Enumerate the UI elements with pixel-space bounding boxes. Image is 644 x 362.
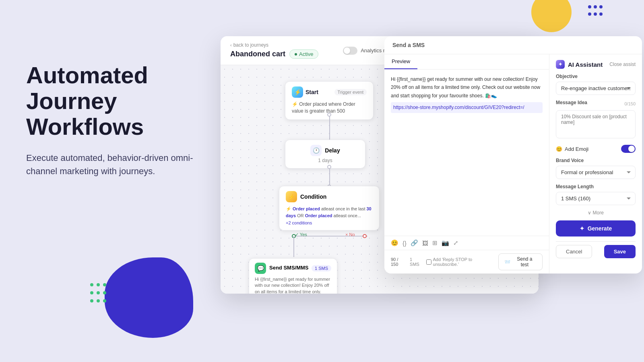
- reply-stop-check[interactable]: Add 'Reply STOP to unsubscribe.': [426, 257, 498, 267]
- condition-description: ⚡ Order placed atleast once in the last …: [286, 206, 373, 219]
- decorative-yellow-circle: [531, 0, 572, 32]
- sms-badge: 1 SMS: [312, 265, 331, 272]
- table-icon[interactable]: ⊞: [432, 239, 438, 247]
- panel-title: Send a SMS: [384, 36, 642, 54]
- ai-title: ✦ AI Assistant: [556, 60, 603, 69]
- analytics-toggle-switch[interactable]: [343, 47, 357, 55]
- conditions-more: +2 conditions: [286, 220, 373, 225]
- delay-node-inner: 🕐 Delay: [292, 145, 359, 156]
- delay-icon: 🕐: [310, 145, 322, 156]
- panel-body: Preview Hi {{first_name}} get ready for …: [384, 54, 642, 274]
- sms-node-header: 💬 Send SMS/MMS 1 SMS: [255, 263, 331, 274]
- emoji-toggle-row: 😊 Add Emoji: [556, 145, 636, 153]
- preview-text: Hi {{first_name}} get ready for summer w…: [391, 76, 540, 99]
- start-node-header: ⚡ Start Trigger event: [292, 86, 367, 98]
- start-node-title: ⚡ Start: [292, 86, 318, 98]
- status-badge: Active: [289, 49, 318, 59]
- sms-preview-content: Hi {{first_name}} get ready for summer w…: [384, 70, 549, 236]
- status-label: Active: [299, 51, 313, 57]
- condition-node[interactable]: ⚡ Condition ⚡ Order placed atleast once …: [279, 186, 380, 230]
- connector-1: [329, 114, 330, 142]
- emoji-smiley-icon: 😊: [556, 146, 562, 152]
- ai-header: ✦ AI Assistant Close assist: [556, 60, 636, 69]
- start-label: Start: [305, 89, 318, 95]
- image-icon[interactable]: 🖼: [422, 240, 428, 247]
- status-dot: [295, 53, 297, 56]
- message-idea-section: Message Idea 0/150: [556, 100, 636, 140]
- page-title: Abandoned cart: [230, 50, 285, 58]
- generate-button[interactable]: ✦ Generate: [556, 220, 636, 237]
- emoji-toggle[interactable]: [621, 145, 636, 153]
- sms-title: Send SMS/MMS: [269, 265, 309, 271]
- send-test-label: Send a test: [513, 256, 537, 267]
- preview-stats: 90 / 150 1 SMS Add 'Reply STOP to unsubs…: [384, 250, 549, 274]
- condition-header: ⚡ Condition: [286, 191, 373, 202]
- objective-section: Objective Re-engage inactive customers: [556, 74, 636, 95]
- send-test-icon: 📨: [504, 259, 510, 265]
- back-arrow-icon: ‹: [230, 43, 232, 47]
- message-idea-input[interactable]: [556, 110, 636, 138]
- sms-ai-panel-container: Send a SMS Preview Hi {{first_name}} get…: [384, 36, 642, 274]
- sms-tab-bar: Preview: [384, 54, 549, 70]
- branch-line-vertical-left: [293, 236, 294, 257]
- photo-icon[interactable]: 📷: [442, 239, 449, 247]
- hero-headline: Automated Journey Workflows: [26, 62, 211, 139]
- generate-sparkle-icon: ✦: [580, 225, 584, 232]
- delay-duration: 1 days: [292, 158, 359, 163]
- brand-voice-section: Brand Voice Formal or professional: [556, 158, 636, 179]
- ai-assistant-column: ✦ AI Assistant Close assist Objective Re…: [549, 54, 642, 274]
- expand-icon[interactable]: ⤢: [453, 239, 458, 247]
- hero-section: Automated Journey Workflows Execute auto…: [26, 62, 211, 178]
- message-idea-header: Message Idea 0/150: [556, 100, 636, 108]
- send-test-button[interactable]: 📨 Send a test: [498, 253, 543, 270]
- sms-icon: 💬: [255, 263, 266, 274]
- brand-voice-label: Brand Voice: [556, 158, 636, 163]
- connector-dot-1: [327, 113, 331, 117]
- char-limit: 0/150: [624, 101, 636, 106]
- back-to-journeys-link[interactable]: ‹ back to journeys: [230, 42, 318, 48]
- connector-dot-2: [327, 165, 331, 169]
- decorative-dots-top: [587, 4, 604, 19]
- tab-preview[interactable]: Preview: [384, 54, 417, 69]
- condition-icon: ⚡: [286, 191, 297, 202]
- objective-select[interactable]: Re-engage inactive customers: [556, 82, 636, 95]
- add-emoji-label: Add Emoji: [565, 146, 588, 152]
- preview-url[interactable]: https://shoe-store.myshopify.com/discoun…: [391, 102, 543, 113]
- message-length-label: Message Length: [556, 184, 636, 189]
- ai-title-label: AI Assistant: [568, 61, 603, 68]
- brand-voice-select[interactable]: Formal or professional: [556, 166, 636, 179]
- link-icon[interactable]: 🔗: [411, 239, 418, 247]
- sms-node[interactable]: 💬 Send SMS/MMS 1 SMS Hi {{first_name}} g…: [249, 258, 337, 294]
- emoji-icon[interactable]: 😊: [391, 239, 398, 247]
- reply-stop-checkbox[interactable]: [426, 259, 431, 265]
- sms-stats: 90 / 150 1 SMS Add 'Reply STOP to unsubs…: [391, 257, 498, 267]
- sms-preview: Hi {{first_name}} get ready for summer w…: [255, 276, 331, 294]
- more-options-link[interactable]: ∨ More: [556, 210, 636, 216]
- message-length-section: Message Length 1 SMS (160): [556, 184, 636, 205]
- back-label: back to journeys: [233, 42, 268, 48]
- preview-toolbar: 😊 {} 🔗 🖼 ⊞ 📷 ⤢: [384, 236, 549, 250]
- generate-label: Generate: [588, 225, 612, 232]
- condition-title: Condition: [300, 193, 326, 200]
- char-count: 90 / 150: [391, 257, 407, 267]
- delay-node[interactable]: 🕐 Delay 1 days: [285, 140, 365, 169]
- ai-cancel-button[interactable]: Cancel: [556, 245, 592, 258]
- ai-save-button[interactable]: Save: [604, 245, 636, 258]
- message-length-select[interactable]: 1 SMS (160): [556, 192, 636, 205]
- delay-title: Delay: [325, 147, 340, 154]
- reply-stop-label: Add 'Reply STOP to unsubscribe.': [433, 257, 498, 267]
- sms-count-label: 1 SMS: [410, 257, 423, 267]
- close-assist-button[interactable]: Close assist: [609, 62, 636, 67]
- decorative-purple-blob: [105, 257, 193, 338]
- hero-subtext: Execute automated, behavior-driven omni-…: [26, 151, 211, 178]
- message-idea-label: Message Idea: [556, 100, 587, 105]
- branch-dot-no: [363, 234, 367, 238]
- preview-column: Preview Hi {{first_name}} get ready for …: [384, 54, 549, 274]
- branch-no-label: × No: [345, 232, 355, 237]
- header-title-row: Abandoned cart Active: [230, 49, 318, 59]
- code-icon[interactable]: {}: [402, 240, 407, 247]
- emoji-label: 😊 Add Emoji: [556, 146, 588, 152]
- ai-sparkle-icon: ✦: [556, 60, 565, 69]
- objective-label: Objective: [556, 74, 636, 79]
- start-node-icon: ⚡: [292, 86, 303, 98]
